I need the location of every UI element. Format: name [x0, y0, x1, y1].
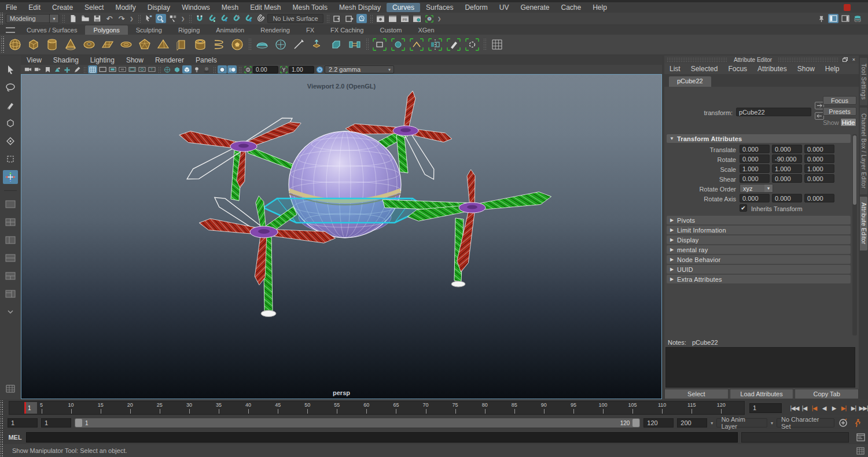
help-line-drag-handle[interactable]: [0, 444, 4, 457]
shelf-tab-sculpting[interactable]: Sculpting: [128, 25, 170, 35]
playback-end-field[interactable]: [643, 418, 674, 427]
group-separator[interactable]: [62, 14, 65, 23]
gamma-preset-dropdown-icon[interactable]: ▾: [388, 67, 393, 72]
panel-menu-renderer[interactable]: Renderer: [149, 56, 190, 64]
launch-render-setup-icon[interactable]: [424, 14, 435, 23]
play-backwards-button[interactable]: ◀: [819, 403, 829, 413]
shelf-poly-cube-icon[interactable]: [25, 36, 42, 53]
group-separator[interactable]: [138, 14, 141, 23]
copy-tab-button[interactable]: Copy Tab: [795, 389, 859, 399]
translate-y-field[interactable]: [772, 145, 802, 153]
layout-hypershade-icon[interactable]: [3, 287, 18, 301]
group-separator[interactable]: [326, 14, 329, 23]
shelf-symmetry-icon[interactable]: [426, 36, 444, 53]
shelf-poly-cone-icon[interactable]: [62, 36, 79, 53]
menu-edit[interactable]: Edit: [23, 3, 46, 12]
viewport-canvas[interactable]: Viewport 2.0 (OpenGL): [21, 74, 662, 399]
layout-persp-outliner-icon[interactable]: [3, 233, 18, 247]
open-scene-icon[interactable]: [80, 14, 90, 23]
menu-edit-mesh[interactable]: Edit Mesh: [244, 3, 286, 12]
select-object-icon[interactable]: [156, 14, 166, 23]
panel-menu-panels[interactable]: Panels: [190, 56, 223, 64]
dock-tab-attribute-editor[interactable]: Attribute Editor: [860, 197, 867, 250]
time-slider-ruler[interactable]: 5101520253035404550556065707580859095100…: [9, 401, 745, 415]
soft-modification-icon[interactable]: [3, 134, 18, 148]
step-back-key-button[interactable]: |◀: [810, 403, 819, 413]
menu-surfaces[interactable]: Surfaces: [420, 3, 459, 12]
menu-mesh-display[interactable]: Mesh Display: [333, 3, 387, 12]
shelf-poly-disc-icon[interactable]: [117, 36, 135, 53]
transform-name-field[interactable]: [736, 108, 811, 116]
dock-tab-tool-settings[interactable]: Tool Settings: [860, 58, 867, 105]
attribute-editor-scrollbar[interactable]: [852, 134, 857, 336]
dock-tab-channel-box[interactable]: Channel Box / Layer Editor: [860, 108, 867, 194]
go-to-start-button[interactable]: |◀◀: [790, 403, 799, 413]
animation-start-field[interactable]: [8, 418, 38, 427]
shelf-sculpt-brush-icon[interactable]: [445, 36, 462, 53]
anim-layer-selector[interactable]: No Anim Layer: [716, 418, 767, 427]
section-pivots[interactable]: ▶ Pivots: [667, 216, 851, 224]
save-scene-icon[interactable]: [92, 14, 102, 23]
grease-pencil-icon[interactable]: [72, 65, 82, 73]
rotate-y-field[interactable]: [772, 154, 802, 163]
panel-drag-dots[interactable]: [667, 57, 728, 62]
menu-generate[interactable]: Generate: [514, 3, 555, 12]
rotate-axis-z-field[interactable]: [804, 194, 834, 202]
range-end-handle[interactable]: [632, 419, 639, 427]
shelf-bevel-icon[interactable]: [328, 36, 345, 53]
shelf-lattice-icon[interactable]: [488, 36, 506, 53]
menu-select[interactable]: Select: [79, 3, 109, 12]
section-extra-attributes[interactable]: ▶ Extra Attributes: [667, 275, 851, 283]
snap-to-curve-icon[interactable]: [207, 14, 217, 23]
group-separator[interactable]: [370, 14, 373, 23]
shelf-poly-pyramid-icon[interactable]: [155, 36, 172, 53]
shelf-tab-curves-surfaces[interactable]: Curves / Surfaces: [19, 25, 85, 35]
shelf-make-live-icon[interactable]: [389, 36, 407, 53]
play-forwards-button[interactable]: ▶: [829, 403, 838, 413]
shelf-drag-handle[interactable]: [1, 36, 5, 53]
mel-language-toggle[interactable]: MEL: [4, 434, 26, 441]
step-forward-frame-button[interactable]: ▶|: [849, 403, 858, 413]
focus-button[interactable]: Focus: [823, 96, 856, 105]
gamma-field[interactable]: [289, 66, 314, 73]
rotate-axis-x-field[interactable]: [740, 194, 770, 202]
shear-y-field[interactable]: [772, 174, 802, 183]
panel-close-icon[interactable]: ×: [850, 57, 858, 63]
safe-title-icon[interactable]: T: [147, 65, 156, 73]
marquee-tool-icon[interactable]: [3, 152, 18, 166]
panel-menu-show[interactable]: Show: [120, 56, 149, 64]
shelf-poly-platonic-icon[interactable]: [136, 36, 153, 53]
step-forward-key-button[interactable]: ▶|: [839, 403, 848, 413]
attribute-editor-titlebar[interactable]: Attribute Editor ×: [664, 56, 859, 64]
two-d-pan-zoom-icon[interactable]: [62, 65, 72, 73]
time-slider-drag-handle[interactable]: [0, 400, 4, 415]
shelf-tab-fx[interactable]: FX: [298, 25, 322, 35]
shelf-tab-animation[interactable]: Animation: [208, 25, 252, 35]
toggle-attribute-editor-icon[interactable]: [840, 14, 851, 23]
playback-start-field[interactable]: [41, 418, 71, 427]
menu-curves[interactable]: Curves: [387, 3, 420, 12]
snap-to-grid-icon[interactable]: [194, 14, 205, 23]
group-expander-icon[interactable]: ❯: [436, 16, 443, 21]
translate-z-field[interactable]: [804, 145, 834, 153]
scale-y-field[interactable]: [772, 164, 802, 173]
menu-cache[interactable]: Cache: [555, 3, 587, 12]
shelf-tab-rigging[interactable]: Rigging: [170, 25, 208, 35]
wireframe-icon[interactable]: [163, 65, 172, 73]
panel-float-icon[interactable]: [841, 57, 849, 63]
shelf-poly-pipe-icon[interactable]: [192, 36, 209, 53]
panel-menu-lighting[interactable]: Lighting: [84, 56, 120, 64]
auto-keyframe-icon[interactable]: [838, 418, 848, 427]
move-tool-icon[interactable]: [3, 170, 18, 184]
select-hierarchy-icon[interactable]: [144, 14, 154, 23]
ae-menu-attributes[interactable]: Attributes: [752, 65, 792, 73]
ae-menu-selected[interactable]: Selected: [686, 65, 723, 73]
ae-menu-show[interactable]: Show: [792, 65, 820, 73]
script-editor-icon[interactable]: [855, 433, 866, 442]
shelf-tab-polygons[interactable]: Polygons: [85, 25, 127, 35]
lasso-tool-icon[interactable]: [3, 80, 18, 94]
redo-icon[interactable]: ↷: [116, 14, 127, 23]
gamma-correction-icon[interactable]: [315, 65, 324, 73]
lights-icon[interactable]: [192, 65, 201, 73]
paint-select-tool-icon[interactable]: [3, 98, 18, 112]
